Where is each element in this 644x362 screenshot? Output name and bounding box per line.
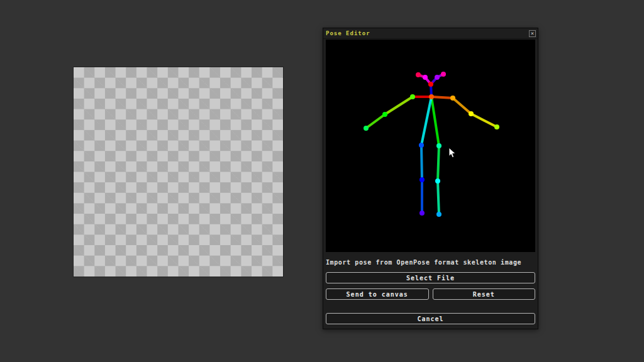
pose-editor-dialog: Pose Editor × Import pose from OpenPose …: [323, 28, 538, 329]
send-to-canvas-button[interactable]: Send to canvas: [326, 288, 429, 300]
dialog-title: Pose Editor: [326, 28, 370, 39]
import-instruction: Import pose from OpenPose format skeleto…: [326, 259, 535, 266]
close-button[interactable]: ×: [529, 30, 536, 37]
pose-skeleton[interactable]: [326, 40, 535, 252]
cancel-button[interactable]: Cancel: [326, 313, 535, 324]
pose-canvas[interactable]: [326, 40, 535, 252]
button-row: Send to canvas Reset: [326, 288, 535, 300]
select-file-button[interactable]: Select File: [326, 272, 535, 283]
reset-button[interactable]: Reset: [433, 288, 536, 300]
transparency-canvas[interactable]: [74, 67, 283, 277]
page-background: { "app": { "background_color": "#333333"…: [0, 0, 644, 362]
dialog-body: Import pose from OpenPose format skeleto…: [323, 39, 538, 324]
dialog-titlebar[interactable]: Pose Editor ×: [323, 28, 538, 39]
close-icon: ×: [531, 30, 534, 36]
